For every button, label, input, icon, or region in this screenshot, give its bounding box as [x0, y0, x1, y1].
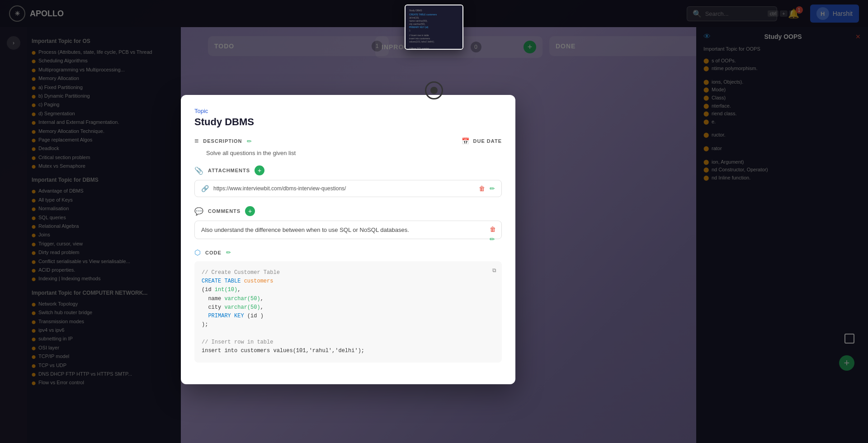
attachment-item: 🔗 https://www.interviewbit.com/dbms-inte…	[194, 180, 502, 197]
description-edit-button[interactable]: ✏	[247, 138, 252, 145]
recording-dot	[430, 87, 438, 94]
link-icon: 🔗	[201, 185, 209, 192]
code-block: ⧉ // Create Customer Table CREATE TABLE …	[194, 261, 502, 363]
attachments-section: 📎 ATTACHMENTS + 🔗 https://www.interviewb…	[194, 165, 502, 197]
code-edit-button[interactable]: ✏	[226, 249, 231, 256]
recording-indicator	[425, 81, 443, 99]
add-comment-button[interactable]: +	[245, 206, 255, 216]
attachment-edit-button[interactable]: ✏	[490, 185, 495, 192]
code-line-4: name varchar(50),	[202, 295, 495, 303]
code-line-3: (id int(10),	[202, 286, 495, 294]
code-section-icon: ⬡	[194, 248, 201, 257]
comments-label: COMMENTS	[208, 208, 241, 214]
code-line-9: insert into customers values(101,'rahul'…	[202, 347, 495, 355]
calendar-icon: 📅	[462, 137, 470, 145]
comment-actions: 🗑 ✏	[490, 226, 496, 243]
code-label: CODE	[205, 250, 222, 255]
modal-title: Study DBMS	[194, 116, 502, 128]
code-line-5: city varchar(50),	[202, 303, 495, 312]
code-line-1: // Create Customer Table	[202, 269, 495, 277]
code-line-2: CREATE TABLE customers	[202, 277, 495, 286]
comment-edit-button[interactable]: ✏	[490, 236, 496, 243]
due-date-label: DUE DATE	[473, 138, 502, 144]
thumbnail-content: Study DBMS CREATE TABLE customers (id in…	[406, 5, 462, 49]
comment-delete-button[interactable]: 🗑	[490, 226, 496, 233]
thumbnail-preview: Study DBMS CREATE TABLE customers (id in…	[405, 5, 463, 50]
attachments-label: ATTACHMENTS	[208, 168, 250, 173]
attachment-icon: 📎	[194, 166, 203, 175]
comment-text: Also understand the difference between w…	[201, 226, 495, 233]
description-section: ≡ DESCRIPTION ✏ 📅 DUE DATE Solve all que…	[194, 137, 502, 156]
comment-item: Also understand the difference between w…	[194, 221, 502, 239]
modal-breadcrumb[interactable]: Topic	[194, 108, 502, 114]
copy-code-button[interactable]: ⧉	[492, 267, 496, 275]
code-line-7: );	[202, 320, 495, 329]
code-line-8: // Insert row in table	[202, 338, 495, 347]
comment-icon: 💬	[194, 207, 203, 216]
code-section: ⬡ CODE ✏ ⧉ // Create Customer Table CREA…	[194, 248, 502, 363]
description-text: Solve all questions in the given list	[206, 150, 502, 156]
comments-section: 💬 COMMENTS + Also understand the differe…	[194, 206, 502, 239]
add-attachment-button[interactable]: +	[255, 165, 264, 175]
code-line-6: PRIMARY KEY (id )	[202, 312, 495, 320]
task-detail-modal: Topic Study DBMS ≡ DESCRIPTION ✏ 📅 DUE D…	[181, 95, 515, 384]
attachment-delete-button[interactable]: 🗑	[479, 185, 485, 192]
attachment-url: https://www.interviewbit.com/dbms-interv…	[213, 185, 474, 192]
description-label: DESCRIPTION	[203, 138, 242, 144]
description-icon: ≡	[194, 137, 198, 145]
